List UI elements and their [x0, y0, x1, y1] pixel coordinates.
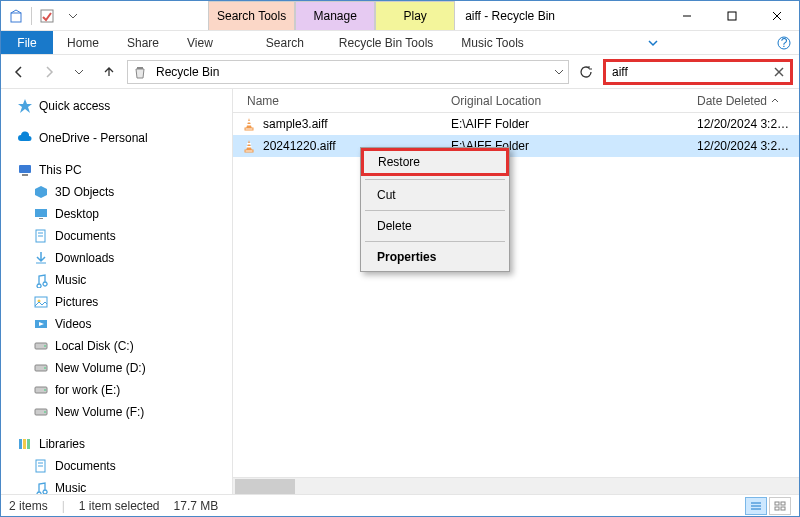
forward-button[interactable]: [37, 60, 61, 84]
home-tab[interactable]: Home: [53, 31, 113, 54]
tool-tab-recycle[interactable]: Recycle Bin Tools: [325, 31, 448, 54]
search-box[interactable]: [603, 59, 793, 85]
sidebar-item[interactable]: 3D Objects: [7, 181, 232, 203]
status-bar: 2 items | 1 item selected 17.7 MB: [1, 494, 799, 516]
qat-properties-icon[interactable]: [36, 5, 58, 27]
sidebar-item[interactable]: Music: [7, 477, 232, 494]
svg-rect-13: [35, 209, 47, 217]
sidebar-item-label: Documents: [55, 229, 116, 243]
file-list[interactable]: sample3.aiffE:\AIFF Folder12/20/2024 3:2…: [233, 113, 799, 477]
sidebar-item[interactable]: Desktop: [7, 203, 232, 225]
sidebar-item-libraries[interactable]: Libraries: [7, 433, 232, 455]
details-view-button[interactable]: [745, 497, 767, 515]
svg-point-27: [44, 389, 46, 391]
sidebar-item-onedrive[interactable]: OneDrive - Personal: [7, 127, 232, 149]
menu-separator: [365, 241, 505, 242]
tool-tab-music[interactable]: Music Tools: [447, 31, 537, 54]
context-tab-label: Manage: [313, 9, 356, 23]
qat-dropdown-icon[interactable]: [62, 5, 84, 27]
icons-view-button[interactable]: [769, 497, 791, 515]
scrollbar-thumb[interactable]: [235, 479, 295, 494]
context-tab-search[interactable]: Search Tools: [208, 1, 295, 30]
file-icon: [241, 138, 257, 154]
up-button[interactable]: [97, 60, 121, 84]
file-list-pane: Name Original Location Date Deleted samp…: [233, 89, 799, 494]
tool-tab-search[interactable]: Search: [245, 31, 325, 54]
sidebar-item[interactable]: New Volume (D:): [7, 357, 232, 379]
column-label: Name: [247, 94, 279, 108]
sidebar-item[interactable]: for work (E:): [7, 379, 232, 401]
sidebar-item[interactable]: Music: [7, 269, 232, 291]
recent-dropdown-icon[interactable]: [67, 60, 91, 84]
svg-rect-39: [245, 150, 253, 152]
sidebar-item[interactable]: Documents: [7, 225, 232, 247]
folder-icon: [33, 338, 49, 354]
sidebar-item[interactable]: Pictures: [7, 291, 232, 313]
menu-item-label: Delete: [377, 219, 412, 233]
context-menu-restore[interactable]: Restore: [361, 148, 509, 176]
ribbon: File Home Share View Search Recycle Bin …: [1, 31, 799, 55]
tab-label: Home: [67, 36, 99, 50]
context-menu-delete[interactable]: Delete: [363, 214, 507, 238]
table-row[interactable]: 20241220.aiffE:\AIFF Folder12/20/2024 3:…: [233, 135, 799, 157]
folder-icon: [33, 250, 49, 266]
refresh-button[interactable]: [575, 61, 597, 83]
sidebar-item[interactable]: Videos: [7, 313, 232, 335]
help-icon[interactable]: ?: [769, 31, 799, 54]
svg-rect-12: [22, 174, 28, 176]
column-header-name[interactable]: Name: [233, 94, 443, 108]
sidebar-item-label: Local Disk (C:): [55, 339, 134, 353]
folder-icon: [33, 272, 49, 288]
date-deleted: 12/20/2024 3:27 PM: [689, 117, 799, 131]
context-menu-cut[interactable]: Cut: [363, 183, 507, 207]
sidebar-item-this-pc[interactable]: This PC: [7, 159, 232, 181]
close-button[interactable]: [754, 1, 799, 30]
context-menu-properties[interactable]: Properties: [363, 245, 507, 269]
svg-rect-8: [137, 67, 143, 69]
svg-rect-46: [781, 502, 785, 505]
context-tab-label: Search Tools: [217, 9, 286, 23]
horizontal-scrollbar[interactable]: [233, 477, 799, 494]
sidebar-item[interactable]: Documents: [7, 455, 232, 477]
svg-rect-38: [247, 124, 252, 126]
context-tab-manage[interactable]: Manage: [295, 1, 375, 30]
date-deleted: 12/20/2024 3:20 PM: [689, 139, 799, 153]
share-tab[interactable]: Share: [113, 31, 173, 54]
view-tab[interactable]: View: [173, 31, 227, 54]
svg-rect-40: [247, 143, 251, 145]
titlebar: Search Tools Manage Play aiff - Recycle …: [1, 1, 799, 31]
table-row[interactable]: sample3.aiffE:\AIFF Folder12/20/2024 3:2…: [233, 113, 799, 135]
qat-recycle-icon[interactable]: [5, 5, 27, 27]
breadcrumb-text: Recycle Bin: [156, 65, 219, 79]
sidebar-item-quick-access[interactable]: Quick access: [7, 95, 232, 117]
clear-search-icon[interactable]: [774, 67, 784, 77]
ribbon-expand-icon[interactable]: [638, 31, 668, 54]
sidebar-item-label: Pictures: [55, 295, 98, 309]
status-size: 17.7 MB: [174, 499, 219, 513]
breadcrumb[interactable]: Recycle Bin: [127, 60, 569, 84]
column-header-date[interactable]: Date Deleted: [689, 94, 799, 108]
recycle-bin-icon: [132, 64, 148, 80]
sidebar-item[interactable]: Local Disk (C:): [7, 335, 232, 357]
sidebar-item-label: New Volume (F:): [55, 405, 144, 419]
context-tab-play[interactable]: Play: [375, 1, 455, 30]
maximize-button[interactable]: [709, 1, 754, 30]
column-header-original[interactable]: Original Location: [443, 94, 689, 108]
svg-point-25: [44, 367, 46, 369]
breadcrumb-dropdown-icon[interactable]: [554, 67, 564, 77]
minimize-button[interactable]: [664, 1, 709, 30]
svg-rect-14: [39, 218, 43, 219]
search-input[interactable]: [612, 65, 768, 79]
sidebar-item[interactable]: New Volume (F:): [7, 401, 232, 423]
folder-icon: [33, 206, 49, 222]
column-label: Original Location: [451, 94, 541, 108]
navigation-pane[interactable]: Quick access OneDrive - Personal This PC…: [1, 89, 233, 494]
folder-icon: [33, 184, 49, 200]
file-tab[interactable]: File: [1, 31, 53, 54]
column-label: Date Deleted: [697, 94, 767, 108]
svg-rect-31: [23, 439, 26, 449]
svg-rect-11: [19, 165, 31, 173]
window-title: aiff - Recycle Bin: [455, 1, 664, 30]
back-button[interactable]: [7, 60, 31, 84]
sidebar-item[interactable]: Downloads: [7, 247, 232, 269]
